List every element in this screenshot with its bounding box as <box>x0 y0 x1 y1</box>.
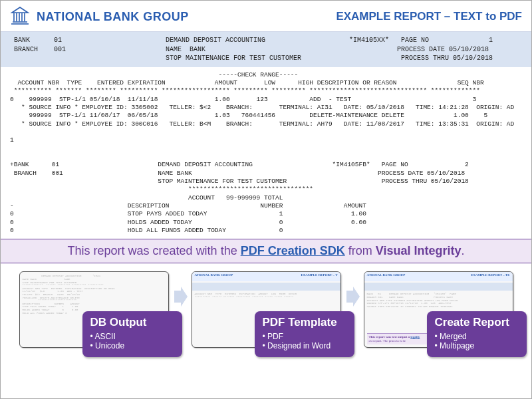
arrow-icon <box>345 287 360 307</box>
header-left: NATIONAL BANK GROUP <box>10 6 189 27</box>
badge-title: Create Report <box>435 317 519 329</box>
promo-bar: This report was created with the PDF Cre… <box>1 239 531 263</box>
promo-post: . <box>461 244 464 257</box>
badge-bullet: Designed in Word <box>263 341 346 350</box>
header-right: EXAMPLE REPORT – TEXT to PDF <box>336 10 522 23</box>
promo-brand: Visual Integrity <box>376 244 462 257</box>
card-db-output: DEMAND DEPOSIT ACCOUNTING *IM41 NAME BAN… <box>19 271 169 348</box>
report-banner: BANK 01 DEMAND DEPOSIT ACCOUNTING *IM410… <box>1 32 531 67</box>
badge-bullet: Unicode <box>90 341 174 350</box>
org-title: NATIONAL BANK GROUP <box>37 10 189 24</box>
svg-marker-8 <box>346 287 360 307</box>
arrow-icon <box>173 287 188 307</box>
report-body: -----CHECK RANGE----- ACCOUNT NBR TYPE E… <box>1 67 531 239</box>
header: NATIONAL BANK GROUP EXAMPLE REPORT – TEX… <box>1 1 531 32</box>
badge-bullet: Multipage <box>435 341 519 350</box>
card-pdf-template: ATIONAL BANK GROUPEXAMPLE REPORT – T ACC… <box>192 271 341 348</box>
badge-pdf-template: PDF Template PDF Designed in Word <box>255 311 354 357</box>
bank-icon <box>10 6 30 27</box>
card-create-report: ATIONAL BANK GROUPEXAMPLE REPORT – TE BA… <box>364 271 513 348</box>
badge-db-output: DB Output ASCII Unicode <box>82 311 182 357</box>
promo-mid: from <box>345 244 376 257</box>
workflow-row: DEMAND DEPOSIT ACCOUNTING *IM41 NAME BAN… <box>1 263 531 354</box>
badge-bullet: ASCII <box>90 332 174 341</box>
badge-bullet: Merged <box>435 332 519 341</box>
badge-title: PDF Template <box>263 317 346 329</box>
badge-bullet: PDF <box>263 332 346 341</box>
promo-pre: This report was created with the <box>68 244 241 257</box>
badge-title: DB Output <box>90 317 174 329</box>
pdf-sdk-link[interactable]: PDF Creation SDK <box>241 244 345 257</box>
svg-marker-7 <box>174 287 188 307</box>
badge-create-report: Create Report Merged Multipage <box>427 311 527 357</box>
